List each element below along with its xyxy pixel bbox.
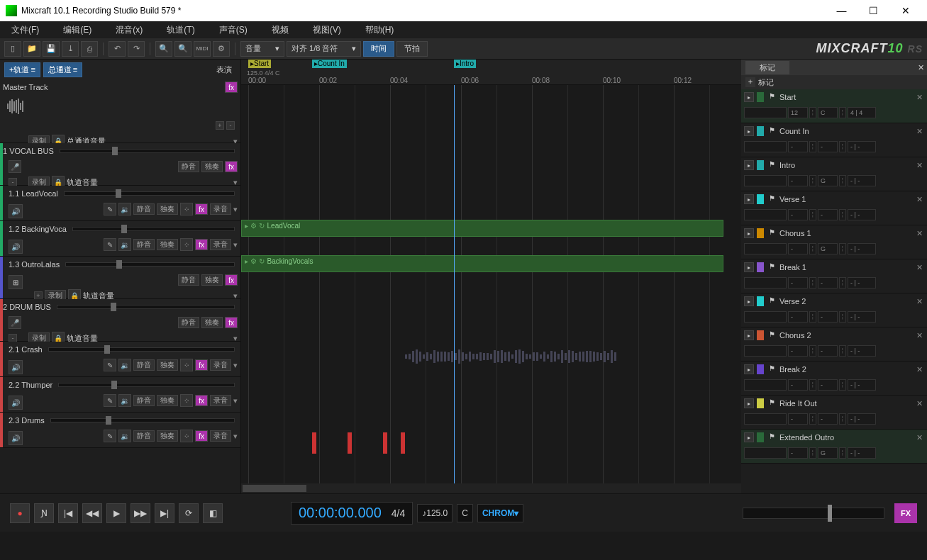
marker-color-icon[interactable] xyxy=(757,92,764,102)
marker-key-field[interactable]: C xyxy=(818,107,838,118)
flag-icon[interactable]: ⚑ xyxy=(767,194,777,204)
key-field[interactable]: C xyxy=(457,504,473,522)
marker-color-icon[interactable] xyxy=(757,364,764,374)
marker-color-icon[interactable] xyxy=(757,228,764,238)
marker-item[interactable]: ▸⚑Verse 2✕-⦙-⦙- | - xyxy=(741,293,927,327)
zoom-out-button[interactable]: 🔍 xyxy=(174,41,191,57)
mute-button[interactable]: 静音 xyxy=(133,430,155,442)
marker-sig-field[interactable]: - xyxy=(788,277,808,289)
mute-button[interactable]: 静音 xyxy=(178,317,199,328)
flag-icon[interactable]: ⚑ xyxy=(767,330,777,340)
marker-time-field[interactable] xyxy=(744,345,787,357)
fx-button[interactable]: fx xyxy=(195,239,208,250)
marker-key-field[interactable]: G xyxy=(818,243,838,254)
fx-button[interactable]: fx xyxy=(225,274,238,286)
arrangement-area[interactable]: ▸ ⚙ ↻LeadVocal▸ ⚙ ↻BackingVocals for(let… xyxy=(241,85,741,483)
marker-key-field[interactable]: - xyxy=(818,345,838,357)
midi-note[interactable] xyxy=(348,432,352,454)
arm-button[interactable]: 录音 xyxy=(210,239,231,250)
add-track-button[interactable]: +轨道 ≡ xyxy=(4,62,40,77)
delete-marker-button[interactable]: ✕ xyxy=(914,297,924,306)
marker-color-icon[interactable] xyxy=(757,296,764,306)
master-fx-button[interactable]: fx xyxy=(225,82,238,93)
solo-button[interactable]: 独奏 xyxy=(157,395,178,406)
marker-beat-field[interactable]: - | - xyxy=(848,277,876,289)
fx-button[interactable]: fx xyxy=(195,395,208,406)
volume-slider[interactable] xyxy=(60,149,235,153)
play-marker-button[interactable]: ▸ xyxy=(744,126,754,136)
panel-close-button[interactable]: ✕ xyxy=(918,63,924,72)
marker-sig-field[interactable]: - xyxy=(788,447,808,459)
marker-time-field[interactable] xyxy=(744,447,787,459)
marker-tab[interactable]: 标记 xyxy=(745,61,789,74)
link-icon[interactable]: ⁘ xyxy=(180,203,193,215)
volume-slider[interactable] xyxy=(65,262,235,267)
menu-file[interactable]: 文件(F) xyxy=(6,23,45,38)
marker-item[interactable]: ▸⚑Intro✕-⦙G⦙- | - xyxy=(741,157,927,191)
marker-sig-field[interactable]: - xyxy=(788,379,808,391)
metronome-button[interactable]: Ɲ xyxy=(34,503,54,523)
delete-marker-button[interactable]: ✕ xyxy=(914,433,924,442)
marker-key-field[interactable]: - xyxy=(818,209,838,220)
menu-mix[interactable]: 混音(x) xyxy=(110,23,148,38)
flag-icon[interactable]: ⚑ xyxy=(767,228,777,238)
master-fx-button[interactable]: FX xyxy=(894,503,917,523)
marker-color-icon[interactable] xyxy=(757,126,764,136)
marker-color-icon[interactable] xyxy=(757,160,764,170)
mute-button[interactable]: 静音 xyxy=(133,239,155,250)
solo-button[interactable]: 独奏 xyxy=(157,239,178,250)
track-1.1[interactable]: 1.1 LeadVocal🔊✎🔉静音独奏⁘fx录音▾ xyxy=(0,186,240,221)
menu-edit[interactable]: 编辑(E) xyxy=(57,23,97,38)
marker-beat-field[interactable]: - | - xyxy=(848,413,876,425)
marker-sig-field[interactable]: 12 xyxy=(788,107,808,118)
marker-sig-field[interactable]: - xyxy=(788,175,808,186)
mute-button[interactable]: 静音 xyxy=(133,203,155,215)
marker-sig-field[interactable]: - xyxy=(788,345,808,357)
grid-icon[interactable]: ⊞ xyxy=(9,275,23,289)
play-marker-button[interactable]: ▸ xyxy=(744,330,754,340)
marker-beat-field[interactable]: - | - xyxy=(848,311,876,323)
menu-sound[interactable]: 声音(S) xyxy=(213,23,253,38)
audio-clip[interactable]: ▸ ⚙ ↻BackingVocals xyxy=(241,255,723,272)
master-track[interactable]: Master Track fx +- 录制 🔒 总通道音量 ▾ xyxy=(0,79,240,143)
track-1.3[interactable]: 1.3 OutroLalas⊞静音独奏fx+录制🔒轨道音量▾ xyxy=(0,257,240,299)
audio-icon[interactable]: 🔉 xyxy=(118,238,131,251)
open-button[interactable]: 📁 xyxy=(23,41,40,57)
ruler-marker[interactable]: ▸Start xyxy=(248,60,271,68)
marker-beat-field[interactable]: - | - xyxy=(848,243,876,254)
add-lane-button[interactable]: + xyxy=(216,121,224,130)
flag-icon[interactable]: ⚑ xyxy=(767,160,777,170)
marker-time-field[interactable] xyxy=(744,175,787,186)
marker-key-field[interactable]: - xyxy=(818,311,838,323)
pencil-icon[interactable]: ✎ xyxy=(104,203,116,215)
marker-color-icon[interactable] xyxy=(757,194,764,204)
new-button[interactable]: ▯ xyxy=(4,41,21,57)
track-1.2[interactable]: 1.2 BackingVoca🔊✎🔉静音独奏⁘fx录音▾ xyxy=(0,221,240,257)
marker-key-field[interactable]: - xyxy=(818,413,838,425)
horizontal-scrollbar[interactable] xyxy=(241,483,741,493)
solo-button[interactable]: 独奏 xyxy=(157,430,178,442)
volume-slider[interactable] xyxy=(72,227,235,231)
flag-icon[interactable]: ⚑ xyxy=(767,92,777,102)
mute-button[interactable]: 静音 xyxy=(133,359,155,371)
snap-select[interactable]: 对齐 1/8 音符▾ xyxy=(287,41,361,57)
speaker-icon[interactable]: 🔊 xyxy=(9,431,23,445)
mute-button[interactable]: 静音 xyxy=(178,161,199,172)
flag-icon[interactable]: ⚑ xyxy=(767,364,777,374)
play-marker-button[interactable]: ▸ xyxy=(744,432,754,442)
marker-time-field[interactable] xyxy=(744,311,787,323)
marker-beat-field[interactable]: - | - xyxy=(848,447,876,459)
forward-end-button[interactable]: ▶| xyxy=(155,503,174,523)
beat-tab[interactable]: 节拍 xyxy=(396,41,428,57)
track-2.3[interactable]: 2.3 Drums🔊✎🔉静音独奏⁘fx录音▾ xyxy=(0,413,240,448)
maximize-button[interactable]: ☐ xyxy=(857,0,889,21)
forward-button[interactable]: ▶▶ xyxy=(131,503,150,523)
track-1[interactable]: 1 VOCAL BUS🎤静音独奏fx-录制🔒轨道音量▾ xyxy=(0,143,240,186)
delete-marker-button[interactable]: ✕ xyxy=(914,127,924,136)
marker-sig-field[interactable]: - xyxy=(788,413,808,425)
delete-marker-button[interactable]: ✕ xyxy=(914,229,924,238)
speaker-icon[interactable]: 🔊 xyxy=(9,360,23,374)
midi-note[interactable] xyxy=(312,432,316,454)
speaker-icon[interactable]: 🔊 xyxy=(9,240,23,254)
delete-marker-button[interactable]: ✕ xyxy=(914,263,924,272)
